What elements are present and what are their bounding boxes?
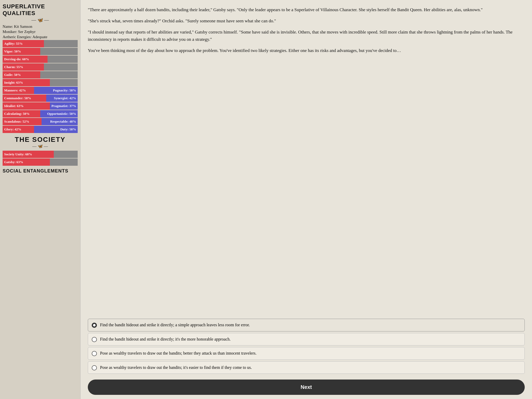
story-paragraph: "There are approximately a half dozen ba… xyxy=(88,6,525,13)
society-stats-container: Society Unity: 68% Gatsby: 63% xyxy=(3,151,78,166)
radio-circle xyxy=(92,365,97,370)
stat-bar: Guile: 50% xyxy=(3,71,78,78)
society-stat-bar: Gatsby: 63% xyxy=(3,158,78,166)
character-aetheric: Aetheric Energies: Adequate xyxy=(3,35,78,39)
split-stat-bar: Calculating: 50% Opportunistic: 50% xyxy=(3,110,78,117)
choice-option-1[interactable]: Find the bandit hideout and strike it di… xyxy=(88,319,525,331)
society-ornament: — 🦋 — xyxy=(3,144,78,149)
choice-text: Find the bandit hideout and strike it di… xyxy=(100,322,250,328)
split-stat-bar: Idealist: 63% Pragmatist: 37% xyxy=(3,102,78,110)
radio-circle xyxy=(92,323,97,328)
story-paragraph: "I should instead say that reports of he… xyxy=(88,29,525,43)
title-ornament: — 🦋 — xyxy=(3,18,78,22)
choices-area: Find the bandit hideout and strike it di… xyxy=(81,319,532,378)
character-moniker: Moniker: Ser Zephyr xyxy=(3,30,78,34)
stat-bar: Derring-do: 60% xyxy=(3,56,78,63)
choice-text: Pose as wealthy travelers to draw out th… xyxy=(100,365,252,370)
social-entanglements-title: SOCIAL ENTANGLEMENTS xyxy=(3,168,78,174)
split-stat-bar: Manners: 42% Pugnacity: 58% xyxy=(3,87,78,94)
split-stats-container: Manners: 42% Pugnacity: 58% Commander: 5… xyxy=(3,87,78,133)
split-stat-bar: Scandalous: 52% Respectable: 48% xyxy=(3,118,78,125)
choice-option-4[interactable]: Pose as wealthy travelers to draw out th… xyxy=(88,361,525,374)
superlative-qualities-title: SUPERLATIVE QUALITIES xyxy=(3,3,78,17)
left-panel: SUPERLATIVE QUALITIES — 🦋 — Name: Kit Sa… xyxy=(0,0,81,399)
society-title-block: THE SOCIETY — 🦋 — xyxy=(3,136,78,149)
choice-option-3[interactable]: Pose as wealthy travelers to draw out th… xyxy=(88,347,525,360)
story-paragraph: "She's struck what, seven times already?… xyxy=(88,17,525,24)
radio-circle xyxy=(92,337,97,342)
radio-circle xyxy=(92,351,97,356)
society-title: THE SOCIETY xyxy=(15,136,65,143)
single-stats-container: Agility: 55% Vigor: 50% Derring-do: 60% … xyxy=(3,40,78,86)
choice-option-2[interactable]: Find the bandit hideout and strike it di… xyxy=(88,333,525,345)
stat-bar: Insight: 63% xyxy=(3,79,78,86)
choice-text: Pose as wealthy travelers to draw out th… xyxy=(100,350,256,356)
stat-bar: Agility: 55% xyxy=(3,40,78,47)
choice-text: Find the bandit hideout and strike it di… xyxy=(100,336,231,342)
next-button[interactable]: Next xyxy=(88,380,525,395)
split-stat-bar: Glory: 42% Duty: 58% xyxy=(3,126,78,133)
story-text: "There are approximately a half dozen ba… xyxy=(81,0,532,319)
stat-bar: Vigor: 50% xyxy=(3,48,78,55)
split-stat-bar: Commander: 58% Synergist: 42% xyxy=(3,95,78,102)
stat-bar: Charm: 55% xyxy=(3,63,78,71)
character-name: Name: Kit Samson xyxy=(3,24,78,29)
story-paragraph: You've been thinking most of the day abo… xyxy=(88,47,525,54)
society-stat-bar: Society Unity: 68% xyxy=(3,151,78,158)
right-panel: "There are approximately a half dozen ba… xyxy=(81,0,532,399)
